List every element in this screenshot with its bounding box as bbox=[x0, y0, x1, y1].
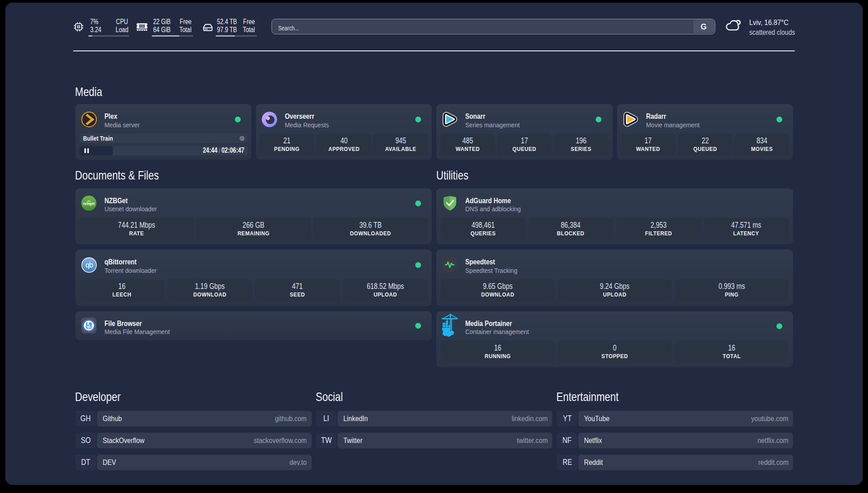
svg-text:nzbget: nzbget bbox=[83, 202, 95, 206]
svg-text:qb: qb bbox=[85, 261, 93, 269]
